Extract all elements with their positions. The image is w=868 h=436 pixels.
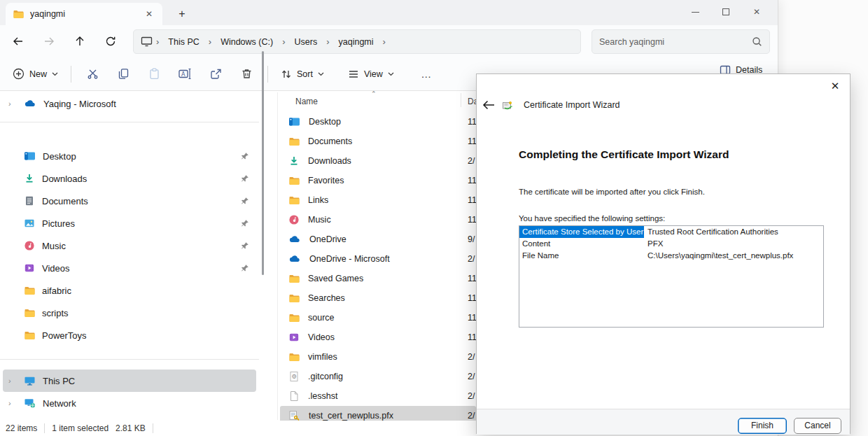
chevron-expand-icon[interactable]: › [8,99,11,108]
file-row-documents[interactable]: Documents 11/ [280,132,476,151]
setting-value: PFX [644,238,663,250]
back-icon[interactable] [6,29,31,54]
sidebar-item-videos[interactable]: Videos [3,257,256,279]
file-row-saved-games[interactable]: Saved Games 11/ [280,269,476,288]
cancel-button[interactable]: Cancel [794,418,841,434]
svg-text:A: A [181,71,186,78]
new-tab-button[interactable]: + [174,6,190,22]
close-button[interactable]: ✕ [741,0,772,24]
file-row-videos[interactable]: Videos 11/ [280,328,476,347]
sidebar-item-network[interactable]: › Network [3,392,256,414]
pin-icon [241,174,249,183]
chevron-expand-icon[interactable]: › [8,377,11,385]
toolbar-divider [267,66,268,83]
file-name: Music [308,215,331,225]
settings-row[interactable]: File Name C:\Users\yaqingmi\test_cert_ne… [519,250,823,262]
more-options-icon[interactable]: … [411,62,442,87]
chevron-right-icon: › [208,36,212,47]
copy-icon[interactable] [108,62,139,87]
file-row-onedrive-microsoft[interactable]: OneDrive - Microsoft 2/ [280,249,476,269]
sidebar-item-pictures[interactable]: Pictures [3,212,256,234]
sidebar-item-powertoys[interactable]: PowerToys [3,324,256,346]
delete-icon[interactable] [231,62,262,87]
dialog-back-icon[interactable] [482,100,495,110]
search-box [592,29,770,54]
videos-icon [24,262,35,274]
sidebar-item-label: scripts [42,308,69,318]
breadcrumb-users[interactable]: Users [289,35,323,49]
rename-icon[interactable]: A [169,62,200,87]
file-row-gitconfig[interactable]: ⚙ .gitconfig 2/ [280,367,476,386]
tab-yaqingmi[interactable]: yaqingmi ✕ [6,3,162,25]
document-icon [24,195,35,206]
minimize-button[interactable] [680,0,710,24]
view-button[interactable]: View [341,62,401,87]
file-name: source [308,313,335,323]
this-pc-icon [24,375,36,386]
file-row-onedrive[interactable]: OneDrive 9/ [280,230,476,249]
location-monitor-icon[interactable] [141,36,153,47]
up-icon[interactable] [67,29,92,54]
dialog-close-icon[interactable]: ✕ [827,78,843,94]
file-row-lesshst[interactable]: .lesshst 2/ [280,386,476,406]
folder-icon [24,285,35,296]
search-icon[interactable] [752,36,762,47]
sidebar-item-music[interactable]: Music [3,234,256,257]
settings-row[interactable]: Content PFX [519,238,823,250]
item-count: 22 items [6,423,37,433]
file-row-downloads[interactable]: Downloads 2/ [280,151,476,171]
search-input[interactable] [599,37,752,47]
navigation-pane: › Yaqing - Microsoft Desktop Downloads [0,92,259,414]
new-button[interactable]: New [6,62,65,87]
setting-key-highlighted: Certificate Store Selected by User [519,226,644,238]
sidebar-item-downloads[interactable]: Downloads [3,167,256,190]
file-row-links[interactable]: Links 11/ [280,190,476,210]
tab-strip: yaqingmi ✕ + ✕ [0,0,778,25]
finish-button[interactable]: Finish [738,418,787,434]
sidebar-item-onedrive-account[interactable]: › Yaqing - Microsoft [3,92,256,115]
cut-icon[interactable] [77,62,108,87]
sidebar-item-this-pc[interactable]: › This PC [3,370,256,392]
refresh-icon[interactable] [98,29,123,54]
file-row-desktop[interactable]: Desktop 11/ [280,112,476,132]
breadcrumb-this-pc[interactable]: This PC [162,35,204,49]
sidebar-divider [0,122,259,122]
sidebar-item-label: Desktop [43,151,76,162]
screen: yaqingmi ✕ + ✕ [0,0,868,436]
folder-icon [24,330,35,341]
chevron-right-icon: › [281,36,286,47]
wizard-settings-table: Certificate Store Selected by User Trust… [519,225,824,328]
file-row-source[interactable]: source 11/ [280,308,476,328]
sidebar-scrollbar[interactable] [262,51,264,275]
chevron-expand-icon[interactable]: › [8,399,11,407]
file-row-music[interactable]: Music 11/ [280,210,476,230]
file-row-favorites[interactable]: Favorites 11/ [280,171,476,190]
chevron-down-icon [52,72,58,76]
sidebar-item-documents[interactable]: Documents [3,190,256,212]
pane-separator [277,92,278,420]
maximize-button[interactable] [710,0,741,24]
settings-row[interactable]: Certificate Store Selected by User Trust… [519,226,823,238]
file-row-searches[interactable]: Searches 11/ [280,288,476,308]
paste-icon [139,62,169,87]
toolbar-divider [71,66,71,83]
sort-button[interactable]: Sort [274,62,331,87]
folder-icon [288,175,300,186]
sidebar-item-label: Videos [42,263,70,274]
column-divider[interactable] [461,93,461,107]
share-icon[interactable] [200,62,231,87]
breadcrumb-yaqingmi[interactable]: yaqingmi [333,35,379,49]
file-row-vimfiles[interactable]: vimfiles 2/ [280,347,476,367]
column-header-name[interactable]: Name [295,97,318,106]
setting-key: File Name [519,250,644,262]
sidebar-item-scripts[interactable]: scripts [3,302,256,324]
breadcrumb-windows-c[interactable]: Windows (C:) [215,35,279,49]
tab-close-icon[interactable]: ✕ [143,8,155,20]
folder-icon [288,351,300,363]
address-row: › This PC › Windows (C:) › Users › yaqin… [0,25,778,57]
column-headers: ⌃ Name Da [280,92,490,110]
sidebar-item-label: Pictures [42,218,75,229]
sidebar-item-desktop[interactable]: Desktop [3,145,256,167]
forward-icon [36,29,62,54]
sidebar-item-aifabric[interactable]: aifabric [3,279,256,302]
